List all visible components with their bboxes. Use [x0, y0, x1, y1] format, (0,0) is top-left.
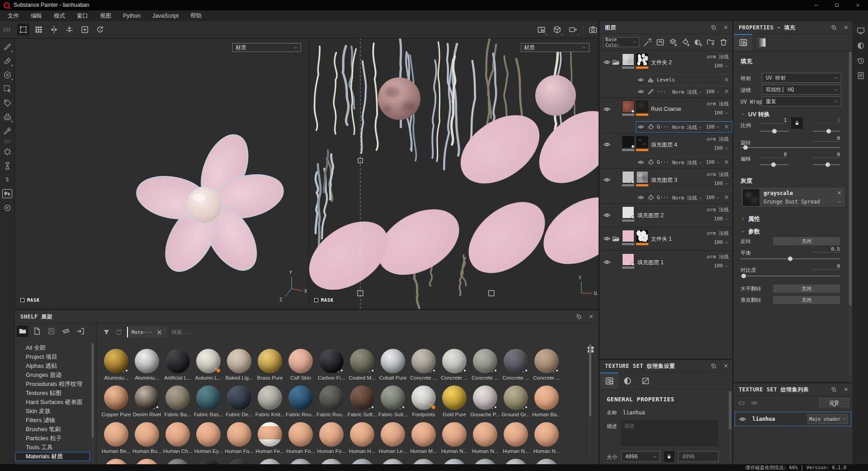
- tab-channels[interactable]: [618, 372, 637, 389]
- material-item-concrete[interactable]: Concrete ...: [439, 344, 470, 381]
- category-scrollbar[interactable]: [92, 343, 94, 461]
- menu-item-python[interactable]: Python: [117, 10, 146, 21]
- layer-row[interactable]: 填充图层 4orm 法线100: [599, 133, 732, 156]
- material-item-human-ey[interactable]: Human Ey...: [193, 418, 224, 454]
- panel-buttons[interactable]: [711, 363, 729, 369]
- layer-row[interactable]: 填充图层 1orm 法线100: [599, 251, 732, 274]
- layer-thumbnail[interactable]: [622, 136, 634, 148]
- shelf-category-filters[interactable]: Filters 滤镜: [15, 416, 90, 425]
- layer-opacity[interactable]: 100: [714, 145, 729, 151]
- material-item-autumn-l[interactable]: Autumn L...: [193, 344, 224, 381]
- shelf-search-input[interactable]: [171, 329, 599, 335]
- material-item-concrete[interactable]: Concrete ...: [408, 344, 439, 381]
- layer-thumbnail[interactable]: [622, 253, 634, 266]
- material-item[interactable]: [224, 454, 255, 464]
- menu-item-window[interactable]: 窗口: [71, 10, 94, 21]
- eraser-tool-button[interactable]: [1, 55, 13, 67]
- screenshot-button[interactable]: [587, 24, 599, 36]
- material-picker-tool-button[interactable]: [1, 125, 13, 137]
- menu-item-file[interactable]: 文件: [2, 10, 25, 21]
- layer-mask-thumbnail[interactable]: [636, 136, 648, 148]
- panel-buttons[interactable]: [711, 24, 729, 30]
- material-item-fabric-suit[interactable]: Fabric Suit...: [377, 381, 408, 418]
- close-panel-button[interactable]: [588, 314, 594, 319]
- projection-tool-button[interactable]: [1, 69, 13, 81]
- material-item-human-be[interactable]: Human Be...: [101, 418, 132, 454]
- channel-filter-dropdown[interactable]: Base Colo:: [603, 37, 639, 47]
- material-item-human-fa[interactable]: Human Fa...: [224, 418, 255, 454]
- iray-render-button[interactable]: [1, 202, 13, 214]
- material-item[interactable]: [162, 454, 193, 464]
- paint-tool-button[interactable]: [1, 41, 13, 52]
- effect-opacity[interactable]: 100: [706, 195, 720, 200]
- minimize-button[interactable]: [806, 0, 826, 10]
- remove-effect-button[interactable]: [723, 194, 730, 200]
- polygon-fill-tool-button[interactable]: [1, 97, 13, 109]
- material-item-human-n[interactable]: Human N...: [500, 418, 531, 454]
- layer-opacity[interactable]: 100: [714, 63, 729, 69]
- layer-blend-mode[interactable]: orm 法线: [707, 136, 729, 143]
- layer-thumbnail[interactable]: [622, 171, 634, 183]
- shelf-folder-view-button[interactable]: [17, 325, 28, 337]
- material-item[interactable]: [377, 454, 408, 464]
- panel-buttons[interactable]: [576, 314, 594, 319]
- material-item[interactable]: [347, 454, 377, 464]
- panel-buttons[interactable]: [831, 24, 849, 30]
- layer-mask-thumbnail[interactable]: [636, 100, 648, 113]
- remove-effect-button[interactable]: [723, 159, 730, 165]
- menu-item-mode[interactable]: 模式: [48, 10, 71, 21]
- material-item[interactable]: [255, 454, 285, 464]
- size-lock-button[interactable]: [664, 451, 675, 462]
- material-item-fabric-rou[interactable]: Fabric Rou...: [285, 381, 316, 418]
- layer-opacity[interactable]: 100: [714, 263, 729, 269]
- material-item-aluminiu[interactable]: Aluminiu...: [101, 344, 132, 381]
- remove-effect-button[interactable]: [723, 88, 730, 95]
- shelf-category-alphas[interactable]: Alphas 透贴: [15, 362, 90, 371]
- layer-thumbnail[interactable]: [622, 230, 634, 242]
- history-button[interactable]: [855, 55, 866, 66]
- smart-material-button[interactable]: [656, 38, 665, 47]
- scale-lock-button[interactable]: [791, 117, 803, 129]
- shelf-category-hard[interactable]: Hard Surfaces 硬表面: [15, 398, 90, 407]
- layer-mask-thumbnail[interactable]: [636, 171, 648, 183]
- float-panel-button[interactable]: [711, 24, 717, 30]
- material-item-concrete[interactable]: Concrete ...: [531, 344, 562, 381]
- size-select[interactable]: 4096: [621, 451, 660, 462]
- layer-blend-mode[interactable]: orm 法线: [707, 171, 729, 178]
- effect-blend-mode[interactable]: Norm 法线: [672, 159, 703, 166]
- material-item[interactable]: [193, 454, 224, 464]
- layer-thumbnail[interactable]: [622, 206, 634, 219]
- shader-settings-button[interactable]: [855, 40, 866, 51]
- mirror-button[interactable]: [48, 24, 60, 36]
- add-box-button[interactable]: [79, 24, 91, 36]
- hide-resources-button[interactable]: [60, 325, 72, 337]
- layer-opacity[interactable]: 100: [714, 110, 729, 116]
- texture-set-row[interactable]: lianhua Main shader: [735, 412, 851, 426]
- material-item-carbon-fi[interactable]: Carbon Fi...: [316, 344, 347, 381]
- material-item[interactable]: [285, 454, 316, 464]
- add-effect-button[interactable]: [694, 38, 703, 47]
- material-item-human-m[interactable]: Human M...: [408, 418, 439, 454]
- tab-properties[interactable]: [734, 34, 752, 51]
- filter-select[interactable]: 双线性| HQ: [762, 85, 841, 95]
- close-button[interactable]: [847, 0, 868, 10]
- add-layer-button[interactable]: [669, 38, 677, 47]
- layer-mask-thumbnail[interactable]: [636, 53, 648, 66]
- layer-blend-mode[interactable]: orm 法线: [707, 206, 729, 213]
- material-item[interactable]: [470, 454, 500, 464]
- filter-icon[interactable]: [103, 328, 110, 336]
- log-button[interactable]: [855, 70, 866, 81]
- material-item[interactable]: [500, 454, 531, 464]
- offset-y-value[interactable]: 0: [813, 152, 840, 158]
- shelf-category-project[interactable]: Project 项目: [15, 352, 90, 362]
- material-item-human-fe[interactable]: Human Fe...: [255, 418, 285, 454]
- material-item-human-le[interactable]: Human Le...: [377, 418, 408, 454]
- offset-y-slider[interactable]: [813, 164, 840, 165]
- add-fill-button[interactable]: [681, 38, 690, 47]
- clone-tool-button[interactable]: [1, 111, 13, 123]
- tab-mesh[interactable]: [637, 372, 655, 389]
- layer-blend-mode[interactable]: orm 法线: [707, 53, 729, 60]
- texture-set-settings-scrollbar[interactable]: [729, 391, 731, 461]
- material-item-fabric-soft[interactable]: Fabric Soft...: [347, 381, 377, 418]
- material-item-human-fo[interactable]: Human Fo...: [316, 418, 347, 454]
